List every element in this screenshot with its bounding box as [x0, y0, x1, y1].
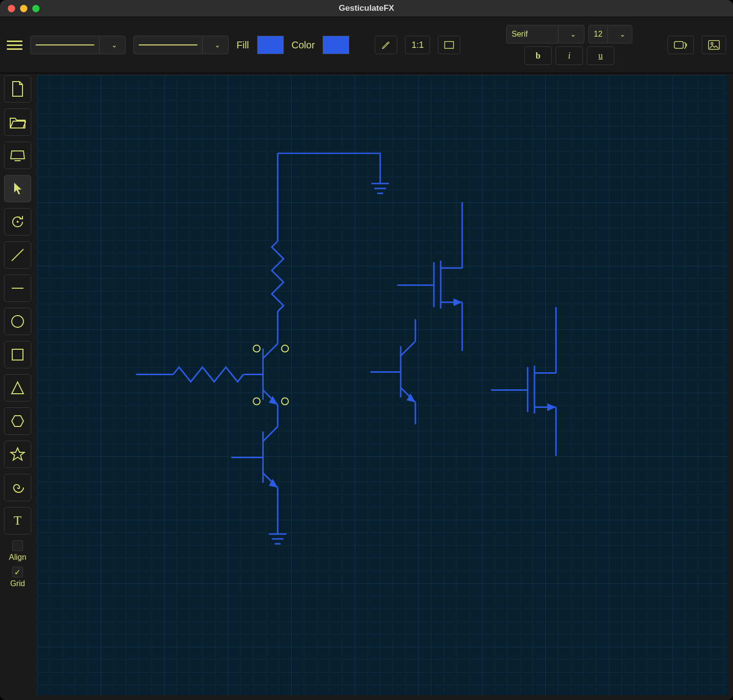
- svg-marker-60: [547, 403, 556, 411]
- svg-line-19: [263, 344, 278, 359]
- chevron-down-icon: ⌄: [212, 41, 223, 49]
- svg-line-6: [12, 249, 23, 261]
- svg-point-3: [711, 42, 713, 44]
- font-family-value: Serif: [512, 30, 528, 39]
- font-size-value: 12: [594, 30, 603, 39]
- text-tool[interactable]: T: [4, 507, 31, 534]
- align-label: Align: [9, 553, 26, 562]
- svg-point-27: [253, 398, 260, 404]
- svg-rect-0: [445, 42, 453, 48]
- grid-toggle[interactable]: ✓ Grid: [10, 567, 25, 588]
- app-window: GesticulateFX ⌄ ⌄ Fill Color 1:1: [0, 0, 733, 700]
- chevron-down-icon: ⌄: [108, 41, 120, 49]
- layers-button[interactable]: [668, 36, 694, 54]
- maximize-window-button[interactable]: [32, 5, 40, 12]
- text-controls: Serif ⌄ 12 ⌄ b i u: [506, 25, 632, 65]
- pointer-tool[interactable]: [4, 175, 31, 202]
- align-checkbox[interactable]: [12, 540, 23, 551]
- line-horizontal-tool[interactable]: [4, 275, 31, 302]
- stroke-color-swatch[interactable]: [323, 36, 349, 54]
- new-file-tool[interactable]: [4, 75, 31, 103]
- canvas[interactable]: [37, 75, 728, 695]
- close-window-button[interactable]: [8, 5, 15, 12]
- hexagon-tool[interactable]: [4, 407, 31, 435]
- schematic-drawing: [37, 75, 728, 695]
- line-sample-icon: [139, 44, 197, 45]
- star-tool[interactable]: [4, 441, 31, 468]
- chevron-down-icon: ⌄: [567, 30, 579, 38]
- window-title: GesticulateFX: [0, 3, 733, 13]
- save-tool[interactable]: [4, 142, 31, 169]
- eyedropper-button[interactable]: [375, 36, 397, 54]
- fill-color-swatch[interactable]: [257, 36, 284, 54]
- content-area: T Align ✓ Grid: [0, 73, 733, 700]
- open-file-tool[interactable]: [4, 108, 31, 136]
- underline-button[interactable]: u: [587, 46, 614, 65]
- line-style-1-dropdown[interactable]: ⌄: [30, 36, 126, 54]
- line-sample-icon: [36, 44, 94, 45]
- svg-line-39: [401, 341, 415, 356]
- spiral-tool[interactable]: [4, 474, 31, 501]
- svg-marker-11: [12, 416, 23, 426]
- svg-point-26: [281, 345, 288, 352]
- color-label: Color: [292, 40, 315, 51]
- image-button[interactable]: [702, 36, 726, 54]
- svg-line-30: [263, 426, 278, 441]
- svg-rect-1: [674, 42, 683, 48]
- aspect-ratio-button[interactable]: 1:1: [405, 36, 430, 54]
- top-toolbar: ⌄ ⌄ Fill Color 1:1 Serif ⌄ 12: [0, 17, 733, 73]
- grid-label: Grid: [10, 579, 25, 588]
- italic-button[interactable]: i: [556, 46, 583, 65]
- fill-label: Fill: [237, 40, 249, 51]
- bold-button[interactable]: b: [524, 46, 552, 65]
- svg-marker-52: [453, 298, 462, 306]
- svg-point-28: [281, 398, 288, 404]
- triangle-tool[interactable]: [4, 374, 31, 402]
- line-style-2-dropdown[interactable]: ⌄: [133, 36, 229, 54]
- line-diagonal-tool[interactable]: [4, 241, 31, 269]
- font-size-dropdown[interactable]: 12 ⌄: [588, 25, 632, 43]
- window-controls: [0, 5, 40, 12]
- align-toggle[interactable]: Align: [9, 540, 26, 562]
- svg-text:T: T: [14, 514, 22, 528]
- titlebar: GesticulateFX: [0, 0, 733, 17]
- rotate-tool[interactable]: [4, 208, 31, 235]
- menu-button[interactable]: [7, 37, 22, 53]
- svg-point-25: [253, 345, 260, 352]
- svg-point-8: [12, 316, 23, 327]
- rectangle-mode-button[interactable]: [438, 36, 460, 54]
- tool-sidebar: T Align ✓ Grid: [0, 73, 35, 700]
- minimize-window-button[interactable]: [20, 5, 27, 12]
- rectangle-tool[interactable]: [4, 341, 31, 368]
- font-family-dropdown[interactable]: Serif ⌄: [506, 25, 584, 43]
- grid-checkbox[interactable]: ✓: [12, 567, 23, 577]
- svg-marker-10: [12, 382, 23, 394]
- svg-marker-12: [11, 448, 24, 460]
- circle-tool[interactable]: [4, 308, 31, 335]
- chevron-down-icon: ⌄: [617, 30, 628, 38]
- svg-rect-9: [12, 349, 23, 360]
